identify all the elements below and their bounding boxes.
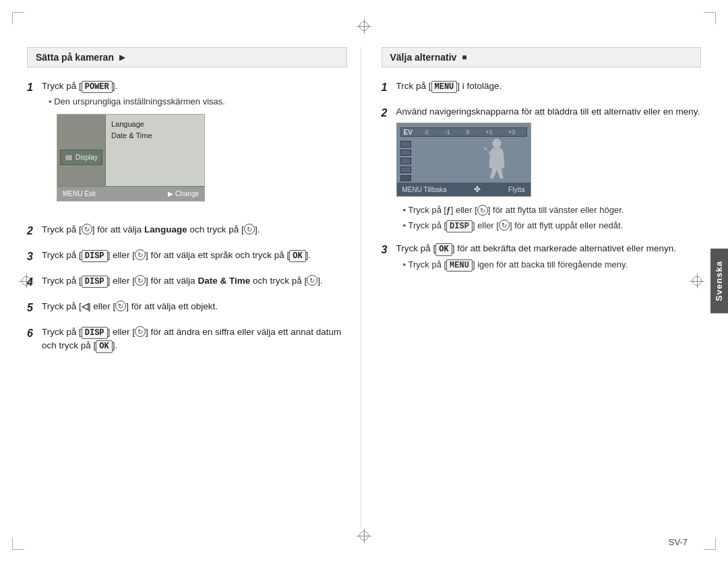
right-step-1: 1 Trck på [MENU] i fotoläge.: [382, 80, 702, 96]
page-number: SV-7: [669, 537, 688, 547]
step-content-5: Tryck på [◁] eller [] för att välja ett …: [42, 300, 347, 316]
right-column: Välja alternativ 1 Trck på [MENU] i foto…: [361, 47, 702, 528]
disp-key-3: DISP: [82, 250, 108, 262]
step-num-4: 4: [27, 274, 42, 290]
power-key: POWER: [82, 81, 113, 93]
lcd-menu-datetime: Date & Time: [111, 130, 199, 142]
ev-plus1: +1: [485, 128, 492, 137]
left-arrow-5: ◁: [82, 301, 88, 311]
crosshair-top: [357, 19, 371, 34]
corner-tr: [704, 12, 716, 24]
dial-icon-3: [135, 249, 146, 260]
camera-screen: EV -2 -1 0 +1 +2: [396, 123, 531, 197]
right-step-content-1: Trck på [MENU] i fotoläge.: [396, 80, 702, 96]
ev-scale: -2 -1 0 +1 +2: [415, 128, 524, 137]
svg-point-0: [492, 139, 501, 149]
left-column: Sätta på kameran 1 Tryck på [POWER]. Den…: [27, 47, 361, 528]
right-step-content-3: Tryck på [OK] för att bekräfta det marke…: [396, 242, 702, 272]
dial-icon-4b: [307, 275, 317, 286]
right-step-sub-3: Tryck på [MENU] igen för att backa till …: [403, 258, 702, 272]
step-2: 2 Tryck på [] för att välja Language och…: [27, 223, 347, 239]
disp-key-6: DISP: [82, 327, 108, 339]
crosshair-bottom: [357, 528, 371, 543]
ev-plus2: +2: [508, 128, 515, 137]
step-num-3: 3: [27, 249, 42, 265]
cam-icon-4: [400, 166, 411, 173]
left-section-header: Sätta på kameran: [27, 47, 347, 67]
main-layout: Sätta på kameran 1 Tryck på [POWER]. Den…: [27, 47, 701, 528]
lcd-display-button: Display: [60, 150, 102, 165]
left-section-title: Sätta på kameran: [36, 52, 114, 63]
right-step-sub-2a: Tryck på [ƒ] eller [] för att flytta til…: [403, 204, 702, 217]
fn-key: ƒ: [446, 206, 451, 215]
dial-r2b: [499, 220, 510, 230]
right-step-2: 2 Använd navigeringsknapparna för att bl…: [382, 105, 702, 232]
step-num-5: 5: [27, 300, 42, 316]
screen-bottom-right: Flytta: [508, 185, 524, 195]
ev-minus2: -2: [423, 128, 429, 137]
right-step-3: 3 Tryck på [OK] för att bekräfta det mar…: [382, 242, 702, 272]
screen-bottom-bar: MENU Tillbaka ✤ Flytta: [397, 183, 530, 196]
right-section-header: Välja alternativ: [382, 47, 702, 67]
disp-key-r2: DISP: [446, 220, 473, 232]
dial-icon-5: [115, 301, 126, 311]
lcd-display-icon: [65, 154, 73, 161]
corner-tl: [12, 12, 24, 24]
step-num-6: 6: [27, 325, 42, 353]
step-sub-1: Den ursprungliga inställningsskärmen vis…: [49, 95, 347, 108]
lcd-right-panel: Language Date & Time: [106, 115, 204, 186]
cam-icon-5: [400, 175, 411, 182]
lcd-bottom-left: MENU Exit: [63, 189, 96, 199]
menu-key-r3: MENU: [446, 259, 473, 272]
ev-zero: 0: [466, 128, 469, 137]
lcd-bottom-bar: MENU Exit ▶ Change: [57, 186, 204, 201]
right-step-sub-2b: Tryck på [DISP] eller [] för att flytt u…: [403, 219, 702, 232]
right-step-content-2: Använd navigeringsknapparna för att bläd…: [396, 105, 702, 232]
ok-key-6: OK: [96, 340, 112, 352]
dial-r2a: [477, 205, 488, 216]
right-section-title: Välja alternativ: [390, 52, 457, 63]
lcd-bottom-right: ▶ Change: [168, 189, 199, 199]
corner-bl: [12, 538, 24, 550]
step-4: 4 Tryck på [DISP] eller [] för att välja…: [27, 274, 347, 290]
step-num-2: 2: [27, 223, 42, 239]
dial-icon-4: [135, 275, 146, 286]
disp-key-4: DISP: [82, 276, 108, 288]
camera-icons: [400, 141, 413, 181]
lcd-arrow-icon: ▶: [168, 189, 173, 199]
step-content-2: Tryck på [] för att välja Language och t…: [42, 223, 347, 239]
language-tab: Svenska: [710, 249, 728, 313]
lcd-display-label: Display: [75, 152, 98, 162]
ev-bar: EV -2 -1 0 +1 +2: [400, 127, 527, 137]
step-content-4: Tryck på [DISP] eller [] för att välja D…: [42, 274, 347, 290]
cam-icon-2: [400, 150, 411, 156]
ev-label: EV: [404, 127, 413, 137]
step-content-6: Tryck på [DISP] eller [] för att ändra e…: [42, 325, 347, 353]
dial-icon-6: [135, 326, 146, 337]
cam-icon-3: [400, 158, 411, 164]
ok-key-3: OK: [289, 250, 305, 262]
step-content-3: Tryck på [DISP] eller [] för att välja e…: [42, 249, 347, 265]
lcd-bottom-change: Change: [175, 189, 199, 199]
person-silhouette: [477, 137, 517, 181]
right-step-num-3: 3: [382, 242, 396, 272]
cam-icon-1: [400, 141, 411, 148]
right-step-num-1: 1: [382, 80, 396, 96]
step-5: 5 Tryck på [◁] eller [] för att välja et…: [27, 300, 347, 316]
step-num-1: 1: [27, 80, 42, 214]
step-3: 3 Tryck på [DISP] eller [] för att välja…: [27, 249, 347, 265]
dial-icon-2a: [82, 224, 92, 235]
lcd-menu-language: Language: [111, 119, 199, 131]
ok-key-r3: OK: [435, 243, 452, 255]
step-6: 6 Tryck på [DISP] eller [] för att ändra…: [27, 325, 347, 353]
lcd-screen: Display Language Date & Time MENU Exit ▶…: [57, 114, 205, 201]
step-content-1: Tryck på [POWER]. Den ursprungliga instä…: [42, 80, 347, 214]
screen-nav-icon: ✤: [474, 183, 481, 195]
screen-bottom-left: MENU Tillbaka: [402, 185, 447, 195]
right-step-num-2: 2: [382, 105, 396, 232]
dial-icon-2b: [244, 224, 255, 235]
corner-br: [704, 538, 716, 550]
ev-minus1: -1: [445, 128, 450, 137]
step-1: 1 Tryck på [POWER]. Den ursprungliga ins…: [27, 80, 347, 214]
menu-key-1: MENU: [431, 81, 458, 93]
